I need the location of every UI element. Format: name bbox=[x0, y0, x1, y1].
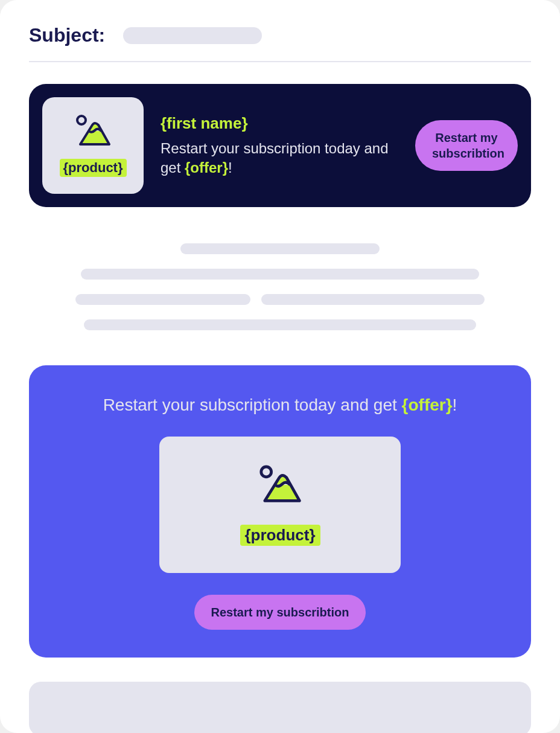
product-image-box: {product} bbox=[42, 97, 144, 194]
first-name-variable: {first name} bbox=[161, 114, 398, 133]
body-text-placeholder bbox=[29, 243, 531, 330]
mountain-image-icon bbox=[255, 464, 305, 505]
cta-panel: Restart your subscription today and get … bbox=[29, 365, 531, 658]
skeleton-row bbox=[75, 294, 485, 305]
subject-input-placeholder[interactable] bbox=[123, 27, 262, 44]
offer-variable: {offer} bbox=[402, 395, 453, 414]
skeleton-line bbox=[81, 269, 479, 280]
cta-headline-after: ! bbox=[453, 395, 457, 414]
hero-banner: {product} {first name} Restart your subs… bbox=[29, 84, 531, 207]
email-preview-card: Subject: {product} {first name} Restart … bbox=[0, 0, 560, 733]
subject-label: Subject: bbox=[29, 24, 105, 46]
skeleton-line bbox=[180, 243, 380, 254]
restart-subscription-button[interactable]: Restart my subscribtion bbox=[194, 595, 366, 630]
hero-body-text: Restart your subscription today and get … bbox=[161, 139, 398, 176]
product-image-box-large: {product} bbox=[159, 437, 401, 573]
svg-point-0 bbox=[77, 116, 86, 124]
restart-subscription-button[interactable]: Restart my subscribtion bbox=[415, 120, 518, 171]
hero-text-block: {first name} Restart your subscription t… bbox=[161, 114, 398, 176]
product-variable-tag: {product} bbox=[60, 159, 127, 177]
skeleton-line bbox=[261, 294, 485, 305]
svg-point-1 bbox=[261, 467, 272, 477]
product-variable-tag: {product} bbox=[240, 525, 320, 546]
mountain-image-icon bbox=[72, 114, 114, 148]
cta-headline: Restart your subscription today and get … bbox=[103, 395, 457, 415]
cta-headline-before: Restart your subscription today and get bbox=[103, 395, 402, 414]
offer-variable: {offer} bbox=[185, 159, 228, 176]
footer-placeholder bbox=[29, 682, 531, 733]
skeleton-line bbox=[75, 294, 250, 305]
skeleton-line bbox=[84, 319, 476, 330]
hero-body-after: ! bbox=[228, 159, 232, 176]
subject-row: Subject: bbox=[29, 24, 531, 62]
